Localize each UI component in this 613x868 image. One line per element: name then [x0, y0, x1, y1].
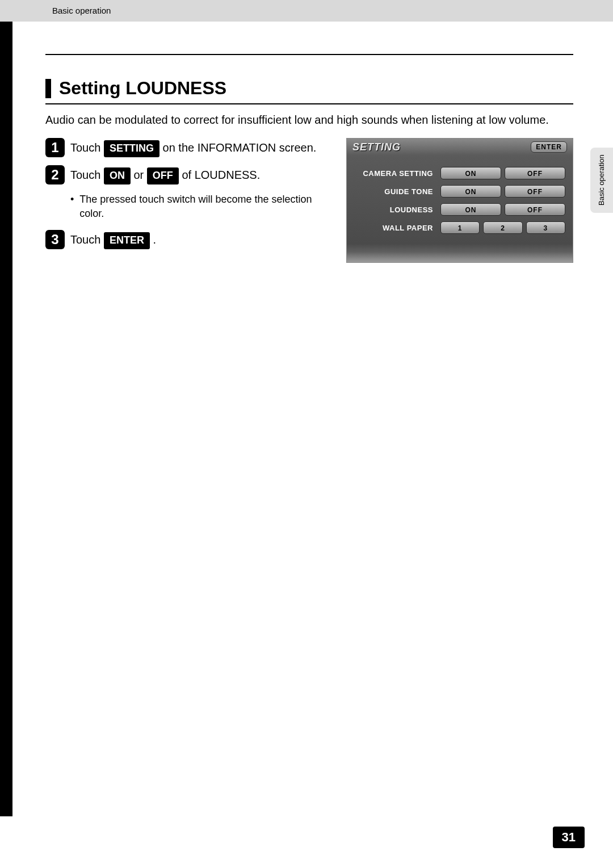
- step-1: 1 Touch SETTING on the INFORMATION scree…: [45, 138, 329, 157]
- row-wall-paper: WALL PAPER 1 2 3: [352, 219, 567, 236]
- screenshot-column: SETTING ENTER CAMERA SETTING ON OFF GUID…: [346, 138, 573, 263]
- row-guide-tone: GUIDE TONE ON OFF: [352, 183, 567, 200]
- page-title: Setting LOUDNESS: [59, 78, 226, 99]
- breadcrumb: Basic operation: [52, 6, 111, 15]
- section-tab-label: Basic operation: [598, 155, 606, 206]
- step-2: 2 Touch ON or OFF of LOUDNESS.: [45, 165, 329, 184]
- setting-button-label: SETTING: [104, 140, 159, 157]
- on-button-label: ON: [104, 167, 131, 184]
- camera-on-button[interactable]: ON: [440, 167, 501, 179]
- row-camera-setting: CAMERA SETTING ON OFF: [352, 165, 567, 182]
- enter-button-label: ENTER: [104, 232, 150, 249]
- row-label: WALL PAPER: [352, 224, 439, 232]
- loudness-on-button[interactable]: ON: [440, 203, 501, 216]
- row-loudness: LOUDNESS ON OFF: [352, 201, 567, 218]
- note-item: The pressed touch switch will become the…: [70, 192, 329, 221]
- loudness-off-button[interactable]: OFF: [505, 203, 565, 216]
- wallpaper-1-button[interactable]: 1: [440, 221, 480, 234]
- title-underline: [45, 103, 573, 104]
- guide-on-button[interactable]: ON: [440, 185, 501, 198]
- main-content: Setting LOUDNESS Audio can be modulated …: [45, 54, 573, 263]
- step-number: 2: [45, 165, 65, 184]
- step-number: 3: [45, 230, 65, 249]
- step-text: Touch: [70, 141, 104, 154]
- step-body: Touch SETTING on the INFORMATION screen.: [70, 138, 316, 157]
- title-marker: [45, 79, 51, 98]
- page-number: 31: [553, 827, 585, 848]
- mock-title: SETTING: [352, 141, 401, 153]
- enter-button[interactable]: ENTER: [531, 141, 567, 153]
- section-title-row: Setting LOUDNESS: [45, 78, 573, 99]
- page-header: Basic operation: [0, 0, 613, 22]
- setting-screen-mock: SETTING ENTER CAMERA SETTING ON OFF GUID…: [346, 138, 573, 263]
- off-button-label: OFF: [147, 167, 179, 184]
- section-tab: Basic operation: [590, 148, 613, 213]
- camera-off-button[interactable]: OFF: [505, 167, 565, 179]
- mock-titlebar: SETTING ENTER: [347, 139, 573, 156]
- mock-body: CAMERA SETTING ON OFF GUIDE TONE ON OFF …: [347, 156, 573, 236]
- step-2-notes: The pressed touch switch will become the…: [70, 192, 329, 221]
- step-text: Touch: [70, 169, 104, 181]
- intro-text: Audio can be modulated to correct for in…: [45, 112, 573, 128]
- two-columns: 1 Touch SETTING on the INFORMATION scree…: [45, 138, 573, 263]
- step-text: Touch: [70, 233, 104, 246]
- step-text: .: [153, 233, 157, 246]
- wallpaper-3-button[interactable]: 3: [526, 221, 565, 234]
- mock-shine: [347, 252, 573, 262]
- step-text: of LOUDNESS.: [182, 169, 260, 181]
- step-body: Touch ENTER .: [70, 230, 156, 249]
- guide-off-button[interactable]: OFF: [505, 185, 565, 198]
- row-label: CAMERA SETTING: [352, 169, 439, 178]
- step-number: 1: [45, 138, 65, 157]
- left-margin-bar: [0, 22, 12, 816]
- top-rule: [45, 54, 573, 55]
- row-label: GUIDE TONE: [352, 187, 439, 196]
- step-text: on the INFORMATION screen.: [163, 141, 317, 154]
- wallpaper-2-button[interactable]: 2: [483, 221, 522, 234]
- step-body: Touch ON or OFF of LOUDNESS.: [70, 165, 260, 184]
- row-label: LOUDNESS: [352, 206, 439, 214]
- step-text: or: [134, 169, 147, 181]
- step-3: 3 Touch ENTER .: [45, 230, 329, 249]
- steps-column: 1 Touch SETTING on the INFORMATION scree…: [45, 138, 329, 263]
